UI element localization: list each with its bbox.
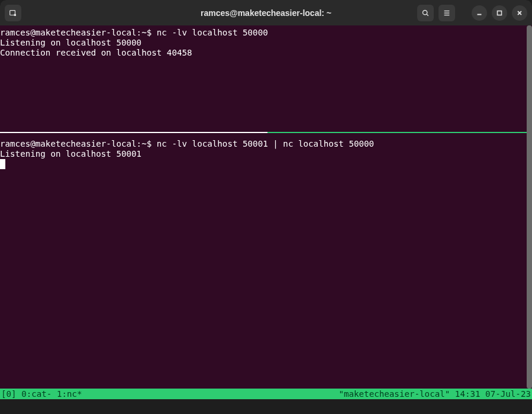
terminal-cursor [0,159,5,169]
output-line: Listening on localhost 50000 [0,38,141,47]
tmux-pane-divider[interactable] [0,132,527,133]
svg-point-1 [423,10,427,14]
svg-rect-7 [498,11,502,15]
output-line: Listening on localhost 50001 [0,149,141,159]
menu-button[interactable] [439,5,455,21]
shell-prompt: ramces@maketecheasier-local:~$ [0,139,157,148]
shell-command: nc -lv localhost 50001 | nc localhost 50… [157,139,374,148]
tmux-status-left: [0] 0:cat- 1:nc* [1,389,82,399]
shell-prompt: ramces@maketecheasier-local:~$ [0,28,157,37]
tmux-statusbar: [0] 0:cat- 1:nc* "maketecheasier-local" … [0,389,532,399]
svg-line-2 [427,14,428,15]
tmux-status-right: "maketecheasier-local" 14:31 07-Jul-23 [338,389,531,399]
new-tab-button[interactable] [5,5,21,21]
close-icon [516,9,523,17]
maximize-icon [496,9,503,17]
shell-command: nc -lv localhost 50000 [157,28,268,37]
titlebar: ramces@maketecheasier-local: ~ [0,0,532,25]
divider-inactive-segment [0,132,267,133]
terminal-area[interactable]: ramces@maketecheasier-local:~$ nc -lv lo… [0,25,532,399]
titlebar-right [417,5,527,21]
search-icon [421,9,430,17]
titlebar-left [5,5,21,21]
close-button[interactable] [512,5,527,21]
scrollbar-thumb[interactable] [527,25,532,389]
minimize-button[interactable] [472,5,487,21]
search-button[interactable] [417,5,434,21]
tmux-pane-bottom[interactable]: ramces@maketecheasier-local:~$ nc -lv lo… [0,137,527,169]
output-line: Connection received on localhost 40458 [0,48,192,57]
tmux-pane-top[interactable]: ramces@maketecheasier-local:~$ nc -lv lo… [0,25,527,132]
divider-active-segment [267,132,527,133]
maximize-button[interactable] [492,5,507,21]
scrollbar[interactable] [527,25,532,399]
minimize-icon [476,9,483,17]
gnome-terminal-window: ramces@maketecheasier-local: ~ [0,0,532,414]
hamburger-icon [443,9,451,17]
window-title: ramces@maketecheasier-local: ~ [201,8,331,18]
new-tab-icon [9,9,17,17]
